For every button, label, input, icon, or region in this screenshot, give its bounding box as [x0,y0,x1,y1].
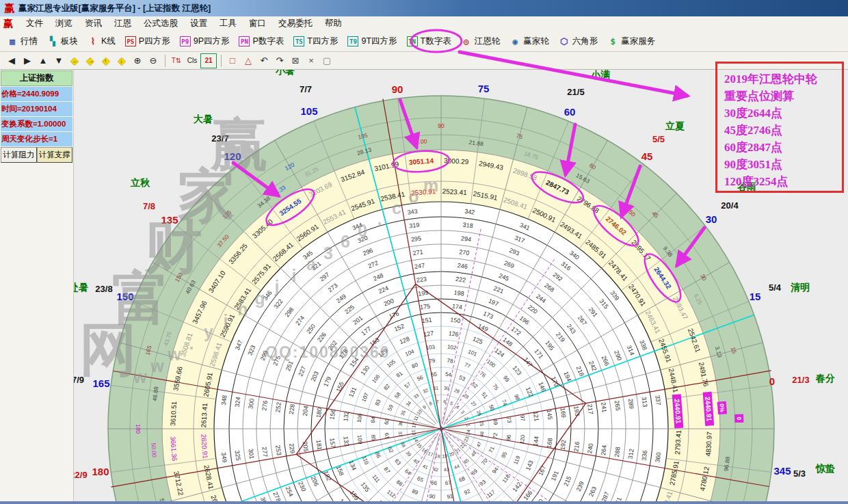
wheel-label: 174 [451,303,462,311]
tool-button[interactable]: ▼ [51,54,66,68]
wheel-label: 67 [445,479,452,486]
menu-item[interactable]: 窗口 [243,16,272,31]
menu-item[interactable]: 文件 [20,16,49,31]
tool-button[interactable]: ↷ [272,54,287,68]
tool-button[interactable]: □ [225,54,240,68]
menu-item[interactable]: 资讯 [79,16,108,31]
toolbar-button[interactable]: TNT数字表 [403,33,455,50]
toolbar-button[interactable]: ◎江恩轮 [457,33,505,50]
calc-resistance-button[interactable]: 计算阻力 [1,147,37,163]
wheel-label: 49 [492,419,499,426]
wheel-label: 0% [718,403,726,412]
tool-button[interactable]: ▶ [20,54,35,68]
P数字表-icon: PN [239,36,250,47]
outer-degree-label: 345 [773,465,791,477]
index-info-panel: 上证指数 价格=2440.9099 时间=20190104 变换系数=1.000… [0,70,74,504]
toolbar-button-label: P四方形 [139,36,170,47]
menu-item[interactable]: 帮助 [319,16,348,31]
wheel-label: 43 [444,466,450,472]
tool-button[interactable]: × [304,54,319,68]
watermark-site: m [423,176,438,195]
tool-button[interactable]: ▢ [319,54,334,68]
toolbar-separator [165,55,165,67]
watermark-site: a [306,254,317,274]
toolbar-button[interactable]: ▦行情 [3,33,42,50]
menu-logo-icon: 赢 [3,18,13,30]
menu-item[interactable]: 设置 [184,16,213,31]
tool-button[interactable]: ◆← [67,54,82,68]
wheel-label: 102 [447,344,457,352]
solar-term-label: 小满 [590,70,610,80]
annotation-box: 2019年江恩轮中轮 重要点位测算 30度2644点 45度2746点 60度2… [715,62,844,193]
toolbar-button[interactable]: T99T四方形 [343,33,401,50]
wheel-label: 25 [479,421,485,427]
toolbar-button[interactable]: ⌇K线 [83,33,120,50]
tool-button[interactable]: ↶ [256,54,271,68]
9P四方形-icon: P9 [180,36,191,47]
menu-item[interactable]: 工具 [213,16,243,31]
tool-button[interactable]: ⊠ [288,54,303,68]
toolbar-button[interactable]: ◉赢家轮 [505,33,553,50]
wheel-label: 151 [421,316,432,324]
tool-button[interactable]: T⇅ [169,54,184,68]
watermark-site: w [133,367,147,386]
toolbar-button[interactable]: ▚板块 [43,33,82,50]
annotation-line: 90度3051点 [724,156,842,173]
watermark-site: o [408,187,419,206]
outer-degree-label: 15 [750,291,761,302]
tool-button[interactable]: ⊖ [146,54,161,68]
wheel-label: 246 [457,262,468,270]
outer-degree-label: 30 [706,213,717,225]
tool-button[interactable]: 21 [200,53,217,68]
calc-support-button[interactable]: 计算支撑 [37,147,73,163]
wheel-label: 193 [572,406,581,416]
tool-button[interactable]: ◆↓ [114,54,129,68]
watermark-site: . [377,209,382,228]
main-toolbar: ▦行情▚板块⌇K线PSP四方形P99P四方形PNP数字表TST四方形T99T四方… [0,31,848,52]
tool-button[interactable]: △ [241,54,256,68]
wheel-label: 127 [423,330,434,338]
toolbar-button[interactable]: PNP数字表 [235,33,288,50]
toolbar-button[interactable]: P99P四方形 [176,33,234,50]
赢家服务-icon: $ [607,36,618,47]
wheel-label: 79 [429,358,436,364]
watermark-site: i [292,266,297,285]
toolbar-button[interactable]: PSP四方形 [121,33,174,50]
wheel-label: 252 [274,402,282,413]
赢家轮-icon: ◉ [509,36,520,47]
wheel-label: 228 [288,403,296,414]
outer-degree-label: 0 [769,375,775,387]
toolbar-separator [221,55,222,67]
wheel-label: 133 [342,436,350,447]
wheel-label: 121 [532,411,540,422]
tool-button[interactable]: ◆↑ [98,54,114,68]
tool-button[interactable]: Cls [185,54,200,68]
date-label: 21/5 [567,87,584,97]
outer-degree-label: 75 [478,83,490,94]
tool-button[interactable]: ◀ [4,54,19,68]
wheel-label: 42 [433,467,439,473]
toolbar-button[interactable]: TST四方形 [289,33,342,50]
toolbar-button-label: 六角形 [572,36,598,47]
wheel-label: 19 [442,453,448,459]
wheel-label: 253 [274,445,282,455]
wheel-label: 349 [220,452,228,463]
menu-item[interactable]: 浏览 [49,16,79,31]
tool-button[interactable]: ▲ [36,54,51,68]
wheel-label: 97 [519,414,526,422]
menu-bar: 赢 文件浏览资讯江恩公式选股设置工具窗口交易委托帮助 [0,16,848,31]
wheel-label: 25.00 [412,137,427,146]
tool-button[interactable]: ◆→ [83,54,98,68]
menu-item[interactable]: 江恩 [108,16,137,31]
wheel-label: 325 [234,450,242,461]
watermark-site: c [392,198,401,217]
watermark-site: 6 [341,232,350,251]
watermark-site: 3 [323,243,333,263]
menu-item[interactable]: 交易委托 [272,16,319,31]
toolbar-button[interactable]: $赢家服务 [603,33,659,50]
wheel-label: 61 [384,432,390,440]
watermark-site: g [254,289,265,308]
toolbar-button[interactable]: ⬡六角形 [555,33,602,50]
menu-item[interactable]: 公式选股 [137,16,184,31]
tool-button[interactable]: ⊕ [130,54,145,68]
